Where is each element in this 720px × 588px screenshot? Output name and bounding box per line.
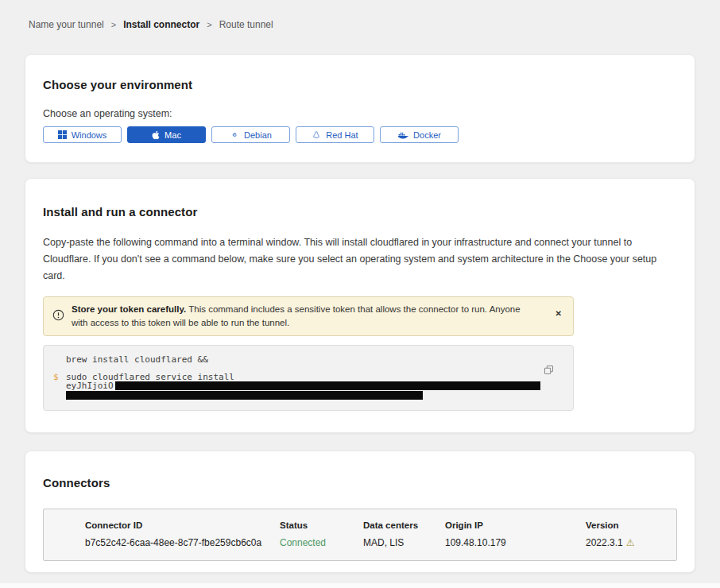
os-button-debian[interactable]: Debian bbox=[211, 126, 290, 143]
token-warning-banner: Store your token carefully. This command… bbox=[43, 296, 574, 336]
breadcrumb: Name your tunnel > Install connector > R… bbox=[29, 19, 720, 30]
windows-logo-icon bbox=[58, 130, 67, 139]
os-button-windows[interactable]: Windows bbox=[43, 126, 122, 143]
os-button-docker[interactable]: Docker bbox=[380, 126, 459, 143]
cell-version: 2022.3.1⚠ bbox=[586, 537, 676, 548]
install-card-description: Copy-paste the following command into a … bbox=[43, 234, 679, 284]
shell-prompt: $ bbox=[53, 373, 59, 382]
install-connector-card: Install and run a connector Copy-paste t… bbox=[25, 178, 695, 433]
token-redaction-bar bbox=[66, 391, 423, 400]
connectors-card-title: Connectors bbox=[43, 476, 677, 489]
warning-banner-title: Store your token carefully. bbox=[72, 304, 186, 314]
copy-icon[interactable] bbox=[544, 365, 554, 375]
code-line-token: eyJhIjoiO bbox=[66, 381, 541, 391]
breadcrumb-route-tunnel[interactable]: Route tunnel bbox=[219, 19, 273, 30]
version-value: 2022.3.1 bbox=[586, 537, 623, 548]
os-button-label: Red Hat bbox=[326, 130, 358, 140]
redhat-logo-icon bbox=[312, 130, 321, 140]
os-button-label: Docker bbox=[413, 130, 441, 140]
cell-data-centers: MAD, LIS bbox=[363, 537, 445, 548]
column-header-version: Version bbox=[586, 520, 676, 530]
breadcrumb-install-connector[interactable]: Install connector bbox=[123, 19, 199, 30]
cell-connector-id: b7c52c42-6caa-48ee-8c77-fbe259cb6c0a bbox=[85, 537, 280, 548]
debian-logo-icon bbox=[230, 130, 239, 140]
main-content: Choose your environment Choose an operat… bbox=[25, 54, 695, 588]
token-redaction-bar bbox=[115, 381, 540, 390]
os-button-redhat[interactable]: Red Hat bbox=[296, 126, 374, 143]
column-header-data-centers: Data centers bbox=[363, 520, 445, 530]
warning-banner-text: Store your token carefully. This command… bbox=[72, 303, 539, 330]
os-button-group: Windows Mac Debian Red Hat bbox=[43, 126, 677, 143]
code-line-group: sudo cloudflared service install eyJhIjo… bbox=[66, 373, 541, 400]
os-button-label: Debian bbox=[244, 130, 272, 140]
environment-card: Choose your environment Choose an operat… bbox=[25, 54, 695, 163]
cell-origin-ip: 109.48.10.179 bbox=[445, 537, 586, 548]
column-header-status: Status bbox=[280, 520, 363, 530]
page-bottom-strip bbox=[0, 583, 720, 588]
table-header-row: Connector ID Status Data centers Origin … bbox=[44, 520, 676, 530]
token-prefix: eyJhIjoiO bbox=[66, 381, 114, 391]
os-button-label: Windows bbox=[72, 130, 107, 140]
cell-status: Connected bbox=[280, 537, 363, 548]
connectors-card: Connectors Connector ID Status Data cent… bbox=[25, 451, 695, 573]
connectors-table: Connector ID Status Data centers Origin … bbox=[43, 509, 677, 561]
environment-card-title: Choose your environment bbox=[43, 78, 677, 91]
apple-logo-icon bbox=[152, 130, 160, 140]
warning-triangle-icon: ⚠ bbox=[626, 537, 635, 548]
os-select-label: Choose an operating system: bbox=[43, 108, 677, 119]
install-command-codeblock: $ brew install cloudflared && sudo cloud… bbox=[43, 345, 574, 411]
code-line-brew: brew install cloudflared && bbox=[66, 355, 541, 365]
docker-logo-icon bbox=[397, 131, 408, 139]
table-row: b7c52c42-6caa-48ee-8c77-fbe259cb6c0a Con… bbox=[44, 537, 676, 548]
breadcrumb-separator: > bbox=[207, 20, 211, 29]
alert-circle-icon bbox=[52, 309, 64, 324]
install-card-title: Install and run a connector bbox=[43, 205, 677, 219]
code-line-token-2 bbox=[66, 391, 541, 400]
os-button-mac[interactable]: Mac bbox=[127, 126, 206, 143]
column-header-connector-id: Connector ID bbox=[85, 520, 280, 530]
breadcrumb-name-your-tunnel[interactable]: Name your tunnel bbox=[29, 19, 104, 30]
code-line-sudo: sudo cloudflared service install bbox=[66, 373, 541, 382]
breadcrumb-separator: > bbox=[111, 20, 116, 29]
column-header-origin-ip: Origin IP bbox=[445, 520, 586, 530]
close-icon[interactable]: ✕ bbox=[555, 310, 562, 318]
os-button-label: Mac bbox=[165, 130, 181, 140]
